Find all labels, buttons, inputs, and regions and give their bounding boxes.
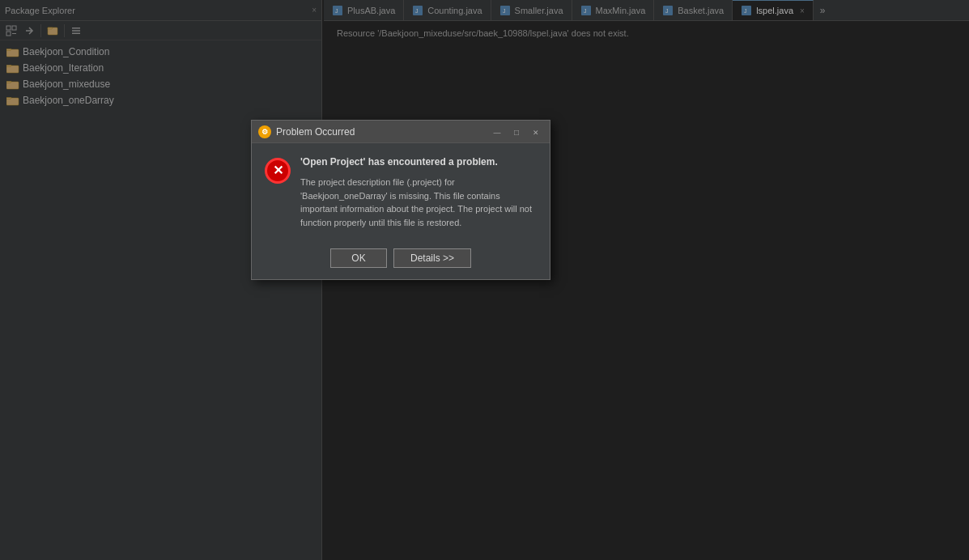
dialog-main-message: 'Open Project' has encountered a problem… (300, 156, 537, 168)
dialog-title-icon: ⚙ (258, 125, 271, 138)
dialog-maximize-button[interactable] (509, 125, 524, 138)
ok-button[interactable]: OK (330, 248, 387, 268)
dialog-title: Problem Occurred (276, 126, 485, 138)
details-button[interactable]: Details >> (393, 248, 471, 268)
dialog-minimize-button[interactable] (490, 125, 504, 138)
dialog-overlay: ⚙ Problem Occurred ✕ 'Open Project' has … (0, 0, 969, 560)
dialog-close-button[interactable] (529, 125, 543, 138)
dialog-text: 'Open Project' has encountered a problem… (300, 156, 537, 229)
dialog-detail-message: The project description file (.project) … (300, 176, 537, 229)
dialog-buttons: OK Details >> (252, 242, 550, 279)
error-icon: ✕ (265, 158, 291, 184)
dialog-body: ✕ 'Open Project' has encountered a probl… (252, 143, 550, 242)
problem-occurred-dialog: ⚙ Problem Occurred ✕ 'Open Project' has … (251, 120, 550, 280)
dialog-titlebar: ⚙ Problem Occurred (252, 121, 550, 143)
